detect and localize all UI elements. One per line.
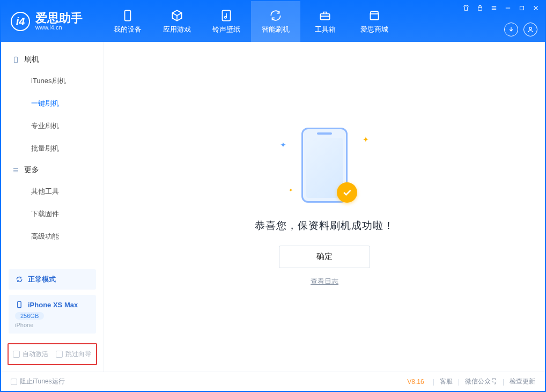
- sidebar-item-other-tools[interactable]: 其他工具: [1, 180, 104, 203]
- device-card[interactable]: iPhone XS Max 256GB iPhone: [9, 295, 96, 334]
- capacity-badge: 256GB: [15, 312, 44, 320]
- view-log-link[interactable]: 查看日志: [311, 277, 338, 286]
- window-controls: [461, 3, 541, 13]
- option-label: 自动激活: [23, 350, 48, 359]
- refresh-icon: [269, 9, 283, 23]
- tab-label: 智能刷机: [262, 25, 290, 34]
- refresh-icon: [15, 275, 24, 284]
- checkbox-icon: [13, 351, 20, 358]
- sidebar-group-title: 刷机: [24, 55, 39, 64]
- music-file-icon: [219, 9, 233, 23]
- option-block-itunes[interactable]: 阻止iTunes运行: [11, 377, 65, 386]
- tab-store[interactable]: 爱思商城: [350, 1, 399, 42]
- menu-icon: [12, 166, 20, 174]
- brand-url: www.i4.cn: [35, 24, 83, 31]
- svg-point-13: [529, 27, 532, 29]
- shirt-icon[interactable]: [461, 3, 471, 13]
- phone-icon: [121, 9, 135, 23]
- option-skip-guide[interactable]: 跳过向导: [56, 350, 91, 359]
- version-label: V8.16: [407, 378, 424, 386]
- top-tabs: 我的设备 应用游戏 铃声壁纸 智能刷机 工具箱 爱思商城: [103, 1, 399, 42]
- cube-icon: [170, 9, 184, 23]
- sidebar-item-download-firmware[interactable]: 下载固件: [1, 203, 104, 225]
- svg-rect-3: [320, 14, 329, 20]
- svg-rect-14: [14, 57, 18, 63]
- svg-rect-0: [125, 10, 131, 21]
- wechat-link[interactable]: 微信公众号: [465, 377, 497, 386]
- check-badge-icon: [337, 182, 357, 203]
- option-auto-activate[interactable]: 自动激活: [13, 350, 48, 359]
- sidebar-item-oneclick-flash[interactable]: 一键刷机: [1, 92, 104, 115]
- tab-ringtones[interactable]: 铃声壁纸: [202, 1, 251, 42]
- sidebar: 刷机 iTunes刷机 一键刷机 专业刷机 批量刷机 更多 其他工具 下载固件 …: [1, 42, 104, 372]
- success-message: 恭喜您，保资料刷机成功啦！: [255, 219, 394, 233]
- maximize-button[interactable]: [517, 3, 527, 13]
- tab-label: 爱思商城: [360, 25, 388, 34]
- tab-label: 工具箱: [315, 25, 336, 34]
- tab-my-device[interactable]: 我的设备: [103, 1, 152, 42]
- sidebar-group-title: 更多: [24, 165, 39, 175]
- check-update-link[interactable]: 检查更新: [510, 377, 535, 386]
- tab-label: 我的设备: [114, 25, 142, 34]
- svg-rect-10: [520, 6, 524, 10]
- download-button[interactable]: [504, 23, 518, 36]
- sidebar-item-itunes-flash[interactable]: iTunes刷机: [1, 70, 104, 92]
- sidebar-item-pro-flash[interactable]: 专业刷机: [1, 115, 104, 137]
- mode-card[interactable]: 正常模式: [9, 269, 96, 290]
- tab-label: 应用游戏: [163, 25, 191, 34]
- device-type: iPhone: [15, 322, 90, 328]
- svg-rect-5: [478, 8, 482, 10]
- svg-rect-18: [18, 301, 21, 307]
- phone-icon: [12, 56, 20, 64]
- sidebar-item-advanced[interactable]: 高级功能: [1, 225, 104, 248]
- header-actions: [504, 23, 537, 36]
- logo[interactable]: i4 爱思助手 www.i4.cn: [1, 1, 103, 42]
- ok-button[interactable]: 确定: [279, 246, 370, 268]
- sparkle-icon: ✦: [363, 135, 369, 144]
- body: 刷机 iTunes刷机 一键刷机 专业刷机 批量刷机 更多 其他工具 下载固件 …: [1, 42, 545, 372]
- checkbox-icon: [56, 351, 63, 358]
- tab-apps-games[interactable]: 应用游戏: [152, 1, 202, 42]
- mode-label: 正常模式: [28, 275, 56, 284]
- success-panel: ✦ ✦ ✦ 恭喜您，保资料刷机成功啦！ 确定 查看日志: [255, 128, 394, 286]
- tab-toolbox[interactable]: 工具箱: [300, 1, 350, 42]
- phone-icon: [15, 300, 24, 309]
- user-button[interactable]: [523, 23, 537, 36]
- sidebar-item-batch-flash[interactable]: 批量刷机: [1, 137, 104, 160]
- toolbox-icon: [318, 9, 332, 23]
- brand-name: 爱思助手: [35, 12, 83, 24]
- main-panel: ✦ ✦ ✦ 恭喜您，保资料刷机成功啦！ 确定 查看日志: [104, 42, 545, 372]
- minimize-button[interactable]: [503, 3, 513, 13]
- app-window: i4 爱思助手 www.i4.cn 我的设备 应用游戏 铃声壁纸 智能刷机: [0, 0, 546, 392]
- status-bar: 阻止iTunes运行 V8.16 | 客服 | 微信公众号 | 检查更新: [1, 372, 545, 391]
- highlighted-options: 自动激活 跳过向导: [8, 343, 97, 365]
- sparkle-icon: ✦: [289, 187, 293, 193]
- tab-label: 铃声壁纸: [212, 25, 240, 34]
- lock-icon[interactable]: [475, 3, 485, 13]
- option-label: 跳过向导: [65, 350, 91, 359]
- close-button[interactable]: [531, 3, 541, 13]
- menu-icon[interactable]: [489, 3, 499, 13]
- logo-icon: i4: [11, 12, 30, 31]
- sidebar-group-flash: 刷机: [1, 49, 104, 70]
- support-link[interactable]: 客服: [440, 377, 453, 386]
- svg-rect-4: [370, 14, 378, 20]
- phone-illustration: ✦ ✦ ✦: [274, 128, 375, 208]
- store-icon: [367, 9, 381, 23]
- sparkle-icon: ✦: [280, 140, 286, 149]
- device-name: iPhone XS Max: [28, 301, 78, 309]
- title-bar: i4 爱思助手 www.i4.cn 我的设备 应用游戏 铃声壁纸 智能刷机: [1, 1, 545, 42]
- checkbox-icon: [11, 379, 17, 385]
- tab-smart-flash[interactable]: 智能刷机: [251, 1, 300, 42]
- sidebar-group-more: 更多: [1, 160, 104, 180]
- svg-point-2: [225, 17, 226, 18]
- option-label: 阻止iTunes运行: [20, 377, 65, 386]
